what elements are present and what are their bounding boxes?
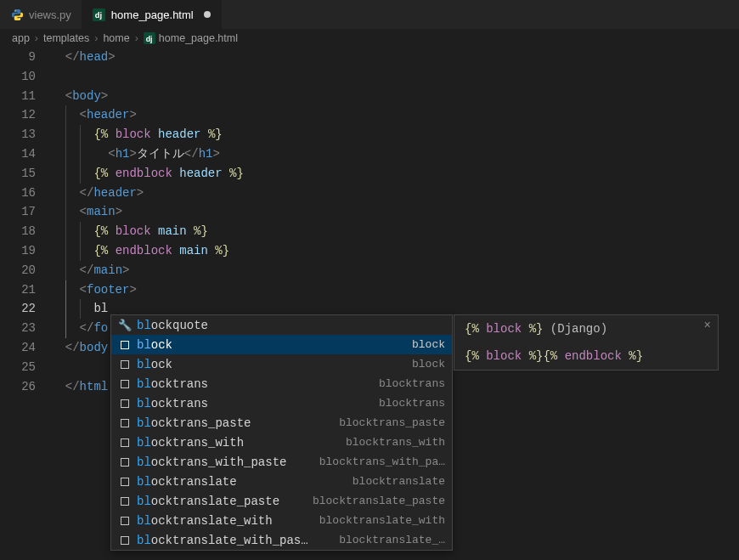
snippet-icon [118,514,132,528]
snippet-icon [118,416,132,430]
python-icon [10,8,24,21]
snippet-icon [118,358,132,371]
chevron-right-icon: › [93,32,99,44]
autocomplete-detail: blocktrans_with [346,436,445,449]
autocomplete-label: blocktrans [137,377,208,391]
autocomplete-label: blocktrans_with_paste [137,455,286,469]
autocomplete-detail: blocktranslate_with [319,514,445,527]
breadcrumb: app › templates › home › dj home_page.ht… [0,29,739,48]
autocomplete-item[interactable]: blocktrans_withblocktrans_with [111,433,452,452]
snippet-icon [118,534,132,547]
autocomplete-item[interactable]: blockblock [111,354,452,374]
breadcrumb-file[interactable]: home_page.html [159,32,238,44]
autocomplete-item[interactable]: blocktransblocktrans [111,393,452,413]
autocomplete-detail: block [412,358,445,371]
django-icon: dj [93,8,106,21]
autocomplete-item[interactable]: 🔧blockquote [111,315,452,335]
snippet-icon [118,455,132,469]
autocomplete-label: blocktranslate_with_pas… [137,534,308,547]
autocomplete-detail: blocktranslate_paste [313,495,445,507]
snippet-icon [118,397,132,410]
autocomplete-detail: blocktrans_paste [339,416,445,429]
close-icon[interactable]: × [704,319,711,332]
tab-label: home_page.html [111,8,194,21]
autocomplete-label: block [137,358,172,371]
autocomplete-detail: block [412,338,445,351]
breadcrumb-part[interactable]: home [103,32,129,44]
snippet-icon [118,475,132,489]
autocomplete-detail: blocktrans [379,377,445,390]
svg-point-0 [14,10,15,11]
autocomplete-doc: × {% block %} (Django) {% block %}{% end… [454,314,719,371]
autocomplete-item[interactable]: blocktransblocktrans [111,374,452,393]
autocomplete-label: block [137,338,172,352]
autocomplete-item[interactable]: blocktranslate_with_pas…blocktranslate_… [111,530,452,550]
autocomplete-label: blockquote [137,319,208,332]
svg-text:dj: dj [95,11,102,20]
autocomplete-detail: blocktranslate [353,475,445,488]
django-icon: dj [144,32,155,44]
tab-label: views.py [29,8,71,21]
autocomplete-item[interactable]: blocktrans_with_pasteblocktrans_with_pa… [111,452,452,472]
code-editor[interactable]: 9101112 13141516 17181920 21222324 2526 … [0,48,739,560]
snippet-icon [118,338,132,352]
autocomplete-item[interactable]: blocktranslate_withblocktranslate_with [111,511,452,530]
tab-views-py[interactable]: views.py [0,0,82,29]
chevron-right-icon: › [133,32,140,44]
svg-text:dj: dj [145,35,152,43]
autocomplete-detail: blocktrans [379,397,445,410]
autocomplete-label: blocktranslate_with [137,514,273,528]
autocomplete-item[interactable]: blocktranslate_pasteblocktranslate_paste [111,491,452,511]
breadcrumb-part[interactable]: app [12,32,30,44]
autocomplete-detail: blocktranslate_… [339,534,445,546]
svg-point-1 [19,18,20,19]
snippet-icon [118,495,132,508]
snippet-icon [118,377,132,391]
autocomplete-label: blocktrans_paste [137,416,251,430]
autocomplete-detail: blocktrans_with_pa… [319,455,445,468]
breadcrumb-part[interactable]: templates [43,32,89,44]
autocomplete-label: blocktranslate_paste [137,495,279,508]
tab-home-page-html[interactable]: dj home_page.html [82,0,222,29]
autocomplete-label: blocktranslate [137,475,237,489]
autocomplete-popup[interactable]: 🔧blockquoteblockblockblockblockblocktran… [110,314,453,551]
tab-bar: views.py dj home_page.html [0,0,739,29]
property-icon: 🔧 [118,319,132,332]
autocomplete-item[interactable]: blockblock [111,335,452,354]
line-number-gutter: 9101112 13141516 17181920 21222324 2526 [0,48,51,560]
autocomplete-item[interactable]: blocktrans_pasteblocktrans_paste [111,413,452,433]
unsaved-indicator-icon [204,11,211,18]
chevron-right-icon: › [33,32,40,44]
autocomplete-item[interactable]: blocktranslateblocktranslate [111,472,452,491]
autocomplete-label: blocktrans [137,397,208,410]
autocomplete-label: blocktrans_with [137,436,244,450]
snippet-icon [118,436,132,450]
